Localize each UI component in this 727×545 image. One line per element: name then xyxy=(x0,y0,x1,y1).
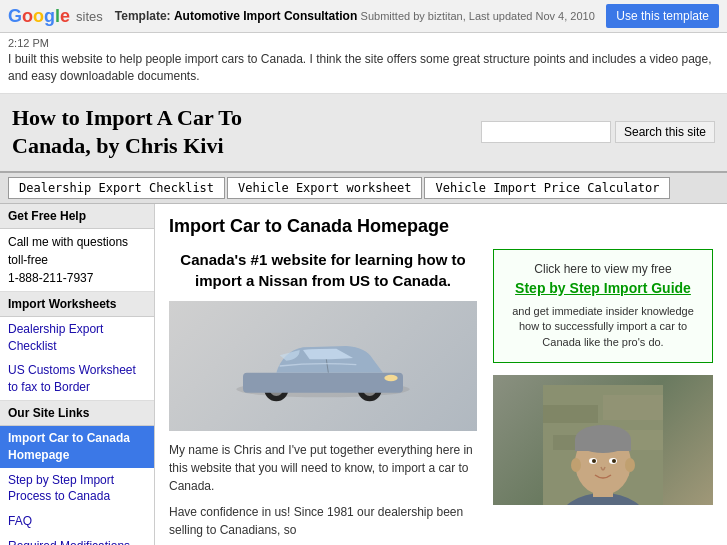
nav-tab-price-calc[interactable]: Vehicle Import Price Calculator xyxy=(424,177,670,199)
site-header: How to Import A Car To Canada, by Chris … xyxy=(0,94,727,173)
description-text: I built this website to help people impo… xyxy=(8,51,719,85)
content-right: Click here to view my free Step by Step … xyxy=(493,249,713,539)
svg-rect-10 xyxy=(603,395,663,420)
description-bar: 2:12 PM I built this website to help peo… xyxy=(0,33,727,94)
car-image xyxy=(169,301,477,431)
search-input[interactable] xyxy=(481,121,611,143)
site-title-line2: Canada, by Chris Kivi xyxy=(12,132,242,161)
svg-rect-9 xyxy=(543,405,598,423)
content-left: Canada's #1 website for learning how to … xyxy=(169,249,477,539)
svg-point-6 xyxy=(384,374,397,381)
sidebar-contact: Call me with questions toll-free1-888-21… xyxy=(0,229,154,291)
search-area: Search this site xyxy=(481,121,715,143)
sidebar-section-worksheets-title: Import Worksheets xyxy=(0,292,154,317)
canada-headline: Canada's #1 website for learning how to … xyxy=(169,249,477,291)
body-paragraph-2: Have confidence in us! Since 1981 our de… xyxy=(169,503,477,539)
person-image xyxy=(493,375,713,505)
svg-rect-17 xyxy=(575,439,631,451)
sidebar-item-required-modifications[interactable]: Required Modifications xyxy=(0,534,154,545)
guide-description: and get immediate insider knowledge how … xyxy=(506,304,700,350)
sidebar-section-links-title: Our Site Links xyxy=(0,401,154,426)
sidebar-item-homepage[interactable]: Import Car to Canada Homepage xyxy=(0,426,154,468)
svg-point-22 xyxy=(571,458,581,472)
sidebar-item-faq[interactable]: FAQ xyxy=(0,509,154,534)
template-info: Template: Automotive Import Consultation… xyxy=(115,9,601,23)
svg-point-20 xyxy=(592,459,596,463)
sidebar-section-links: Our Site Links Import Car to Canada Home… xyxy=(0,401,154,545)
sidebar-item-dealership-checklist[interactable]: Dealership Export Checklist xyxy=(0,317,154,359)
top-bar: Google sites Template: Automotive Import… xyxy=(0,0,727,33)
svg-point-23 xyxy=(625,458,635,472)
main-layout: Get Free Help Call me with questions tol… xyxy=(0,204,727,545)
use-template-button[interactable]: Use this template xyxy=(606,4,719,28)
site-title-line1: How to Import A Car To xyxy=(12,104,242,133)
content-title: Import Car to Canada Homepage xyxy=(169,216,713,237)
sidebar: Get Free Help Call me with questions tol… xyxy=(0,204,155,545)
nav-tabs: Dealership Export Checklist Vehicle Expo… xyxy=(0,173,727,204)
guide-click-text: Click here to view my free xyxy=(506,262,700,276)
sidebar-section-worksheets: Import Worksheets Dealership Export Chec… xyxy=(0,292,154,401)
sidebar-section-help-title: Get Free Help xyxy=(0,204,154,229)
site-title: How to Import A Car To Canada, by Chris … xyxy=(12,104,242,161)
google-logo: Google xyxy=(8,6,70,27)
nav-tab-vehicle-export[interactable]: Vehicle Export worksheet xyxy=(227,177,422,199)
sidebar-item-customs-worksheet[interactable]: US Customs Worksheet to fax to Border xyxy=(0,358,154,400)
svg-point-21 xyxy=(612,459,616,463)
guide-link[interactable]: Step by Step Import Guide xyxy=(506,280,700,296)
body-text: My name is Chris and I've put together e… xyxy=(169,441,477,539)
timestamp: 2:12 PM xyxy=(8,37,719,49)
search-button[interactable]: Search this site xyxy=(615,121,715,143)
nav-tab-dealership[interactable]: Dealership Export Checklist xyxy=(8,177,225,199)
template-name: Automotive Import Consultation xyxy=(174,9,357,23)
body-paragraph-1: My name is Chris and I've put together e… xyxy=(169,441,477,495)
content-columns: Canada's #1 website for learning how to … xyxy=(169,249,713,539)
svg-rect-5 xyxy=(243,372,403,392)
content-area: Import Car to Canada Homepage Canada's #… xyxy=(155,204,727,545)
sidebar-item-step-by-step[interactable]: Step by Step Import Process to Canada xyxy=(0,468,154,510)
sidebar-section-help: Get Free Help Call me with questions tol… xyxy=(0,204,154,292)
guide-box: Click here to view my free Step by Step … xyxy=(493,249,713,363)
sites-label: sites xyxy=(76,9,103,24)
submitted-info: Submitted by biztitan, Last updated Nov … xyxy=(361,10,595,22)
template-label: Template: xyxy=(115,9,171,23)
